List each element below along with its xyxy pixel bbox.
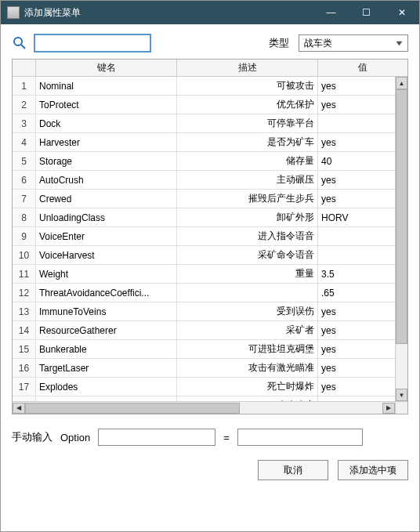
row-key: TargetLaser	[36, 359, 177, 377]
row-key: AutoCrush	[36, 171, 177, 189]
table-row[interactable]: 16TargetLaser攻击有激光瞄准yes	[13, 359, 407, 378]
row-key: ToProtect	[36, 96, 177, 114]
row-value	[318, 114, 407, 132]
row-value: yes	[318, 77, 407, 95]
row-num: 2	[13, 96, 36, 114]
add-selected-button[interactable]: 添加选中项	[338, 460, 408, 480]
row-num: 17	[13, 378, 36, 396]
row-num: 1	[13, 77, 36, 95]
equals-label: =	[223, 432, 230, 443]
scroll-corner	[395, 401, 407, 414]
scroll-right-icon[interactable]: ▶	[382, 403, 395, 414]
manual-input-row: 手动输入 Option =	[12, 429, 408, 446]
manual-value-input[interactable]	[237, 429, 363, 446]
scroll-left-icon[interactable]: ◀	[13, 403, 25, 414]
scroll-up-icon[interactable]: ▲	[396, 77, 407, 89]
row-value: yes	[318, 96, 407, 114]
row-desc: 重量	[177, 265, 318, 283]
row-key: Weight	[36, 265, 177, 283]
row-desc: 可进驻坦克碉堡	[177, 340, 318, 358]
table-row[interactable]: 13ImmuneToVeins受到误伤yes	[13, 302, 407, 321]
table-row[interactable]: 4Harvester是否为矿车yes	[13, 133, 407, 152]
vscroll-thumb[interactable]	[396, 89, 407, 344]
row-num: 15	[13, 340, 36, 358]
row-key: ResourceGatherer	[36, 321, 177, 339]
table-row[interactable]: 15Bunkerable可进驻坦克碉堡yes	[13, 340, 407, 359]
dialog-window: 添加属性菜单 — ☐ ✕ 类型 战车类 ▼ 键名 描述 值 1Nominal	[0, 0, 420, 532]
table-row[interactable]: 2ToProtect优先保护yes	[13, 96, 407, 114]
minimize-button[interactable]: —	[313, 1, 349, 24]
table-row[interactable]: 1Nominal可被攻击yes	[13, 77, 407, 96]
table-row[interactable]: 12ThreatAvoidanceCoeffici....65	[13, 284, 407, 302]
manual-label: 手动输入	[12, 430, 52, 444]
row-num: 12	[13, 284, 36, 302]
row-num: 16	[13, 359, 36, 377]
close-button[interactable]: ✕	[384, 1, 419, 24]
table-row[interactable]: 11Weight重量3.5	[13, 265, 407, 284]
grid-body[interactable]: 1Nominal可被攻击yes2ToProtect优先保护yes3Dock可停靠…	[13, 77, 407, 401]
row-value: yes	[318, 171, 407, 189]
row-num: 14	[13, 321, 36, 339]
row-key: Crewed	[36, 190, 177, 208]
hscroll-track[interactable]	[25, 403, 382, 414]
col-header-val[interactable]: 值	[318, 60, 407, 76]
col-header-desc[interactable]: 描述	[177, 60, 318, 76]
row-num: 7	[13, 190, 36, 208]
row-value: yes	[318, 378, 407, 396]
row-value: yes	[318, 321, 407, 339]
table-row[interactable]: 7Crewed摧毁后产生步兵yes	[13, 190, 407, 208]
row-desc: 采矿者	[177, 321, 318, 339]
row-key: Dock	[36, 114, 177, 132]
row-key: VoiceHarvest	[36, 246, 177, 264]
vertical-scrollbar[interactable]: ▲ ▼	[395, 77, 407, 401]
row-desc: 进入指令语音	[177, 227, 318, 245]
horizontal-scrollbar[interactable]: ◀ ▶	[13, 401, 395, 414]
row-key: ThreatAvoidanceCoeffici...	[36, 284, 177, 302]
cancel-button[interactable]: 取消	[258, 460, 328, 480]
row-num: 6	[13, 171, 36, 189]
attributes-grid: 键名 描述 值 1Nominal可被攻击yes2ToProtect优先保护yes…	[12, 59, 408, 414]
table-row[interactable]: 8UnloadingClass卸矿外形HORV	[13, 208, 407, 227]
search-icon	[12, 35, 27, 51]
svg-line-1	[21, 45, 25, 49]
col-header-key[interactable]: 键名	[36, 60, 177, 76]
row-value: yes	[318, 190, 407, 208]
row-num: 8	[13, 208, 36, 226]
table-row[interactable]: 3Dock可停靠平台	[13, 114, 407, 133]
row-num: 9	[13, 227, 36, 245]
row-num: 3	[13, 114, 36, 132]
row-key: Storage	[36, 152, 177, 170]
type-select[interactable]: 战车类 ▼	[299, 34, 408, 52]
table-row[interactable]: 17Explodes死亡时爆炸yes	[13, 378, 407, 396]
row-desc: 攻击有激光瞄准	[177, 359, 318, 377]
table-row[interactable]: 10VoiceHarvest采矿命令语音	[13, 246, 407, 265]
grid-header: 键名 描述 值	[13, 60, 407, 77]
title-bar[interactable]: 添加属性菜单 — ☐ ✕	[1, 1, 419, 24]
hscroll-thumb[interactable]	[25, 403, 240, 414]
manual-key-input[interactable]	[98, 429, 215, 446]
table-row[interactable]: 14ResourceGatherer采矿者yes	[13, 321, 407, 340]
table-row[interactable]: 9VoiceEnter进入指令语音	[13, 227, 407, 246]
row-value: HORV	[318, 208, 407, 226]
row-value	[318, 227, 407, 245]
row-key: VoiceEnter	[36, 227, 177, 245]
table-row[interactable]: 5Storage储存量40	[13, 152, 407, 171]
search-input[interactable]	[34, 34, 151, 52]
col-header-num[interactable]	[13, 60, 36, 76]
row-desc: 死亡时爆炸	[177, 378, 318, 396]
dialog-content: 类型 战车类 ▼ 键名 描述 值 1Nominal可被攻击yes2ToProte…	[1, 24, 419, 531]
top-row: 类型 战车类 ▼	[12, 34, 408, 52]
maximize-button[interactable]: ☐	[349, 1, 384, 24]
row-desc: 摧毁后产生步兵	[177, 190, 318, 208]
vscroll-track[interactable]	[396, 89, 407, 389]
window-title: 添加属性菜单	[24, 6, 313, 20]
button-row: 取消 添加选中项	[12, 460, 408, 480]
table-row[interactable]: 6AutoCrush主动碾压yes	[13, 171, 407, 190]
row-value: 40	[318, 152, 407, 170]
row-key: Nominal	[36, 77, 177, 95]
row-num: 10	[13, 246, 36, 264]
row-value: yes	[318, 133, 407, 151]
scroll-down-icon[interactable]: ▼	[396, 389, 407, 401]
row-key: UnloadingClass	[36, 208, 177, 226]
app-icon	[7, 6, 20, 19]
